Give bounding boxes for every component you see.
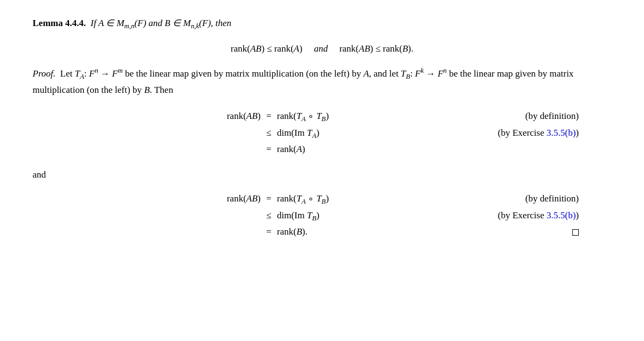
math-rhs-5: dim(Im TB) [277, 209, 386, 224]
lemma-block: Lemma 4.4.4. If A ∈ Mm,n(F) and B ∈ Mn,k… [33, 16, 611, 239]
math-rhs-4: rank(TA ∘ TB) [277, 192, 386, 207]
math-rel-1: = [261, 109, 277, 123]
math-row-1: rank(AB) = rank(TA ∘ TB) (by definition) [141, 109, 611, 125]
math-rhs-1: rank(TA ∘ TB) [277, 109, 386, 125]
exercise-link-1[interactable]: 3.5.5(b) [547, 128, 576, 138]
math-align-2: rank(AB) = rank(TA ∘ TB) (by definition)… [33, 191, 611, 239]
math-row-5: ≤ dim(Im TB) (by Exercise 3.5.5(b)) [141, 209, 611, 224]
lemma-header: Lemma 4.4.4. If A ∈ Mm,n(F) and B ∈ Mn,k… [33, 16, 611, 32]
qed-symbol [572, 229, 579, 236]
math-comment-2: (by Exercise 3.5.5(b)) [498, 126, 611, 140]
math-rel-3: = [261, 142, 277, 156]
qed-comment [568, 225, 611, 239]
proof-block: Proof. Let TA: Fn → Fm be the linear map… [33, 65, 611, 239]
math-row-2: ≤ dim(Im TA) (by Exercise 3.5.5(b)) [141, 126, 611, 142]
exercise-link-2[interactable]: 3.5.5(b) [547, 210, 576, 220]
proof-text: Let TA: Fn → Fm be the linear map given … [33, 68, 573, 95]
math-row-6: = rank(B). [141, 225, 611, 239]
math-rhs-6: rank(B). [277, 225, 386, 239]
lemma-statement: If A ∈ Mm,n(F) and B ∈ Mn,k(F), then [88, 18, 231, 28]
math-rhs-3: rank(A) [277, 142, 386, 156]
math-comment-1: (by definition) [525, 109, 611, 123]
math-rel-4: = [261, 192, 277, 206]
math-align-1: rank(AB) = rank(TA ∘ TB) (by definition)… [33, 109, 611, 157]
math-comment-4: (by definition) [525, 192, 611, 206]
math-rel-5: ≤ [261, 209, 277, 223]
display-math: rank(AB) ≤ rank(A) and rank(AB) ≤ rank(B… [33, 42, 611, 56]
math-rel-6: = [261, 225, 277, 239]
and-separator: and [33, 168, 611, 182]
math-comment-5: (by Exercise 3.5.5(b)) [498, 209, 611, 223]
math-lhs-1: rank(AB) [141, 109, 261, 123]
math-row-4: rank(AB) = rank(TA ∘ TB) (by definition) [141, 192, 611, 207]
proof-label: Proof. [33, 68, 55, 79]
math-row-3: = rank(A) [141, 142, 611, 156]
math-rel-2: ≤ [261, 126, 277, 140]
lemma-number: Lemma 4.4.4. [33, 18, 86, 28]
proof-intro: Proof. Let TA: Fn → Fm be the linear map… [33, 65, 611, 98]
math-rhs-2: dim(Im TA) [277, 126, 386, 142]
math-lhs-4: rank(AB) [141, 192, 261, 206]
